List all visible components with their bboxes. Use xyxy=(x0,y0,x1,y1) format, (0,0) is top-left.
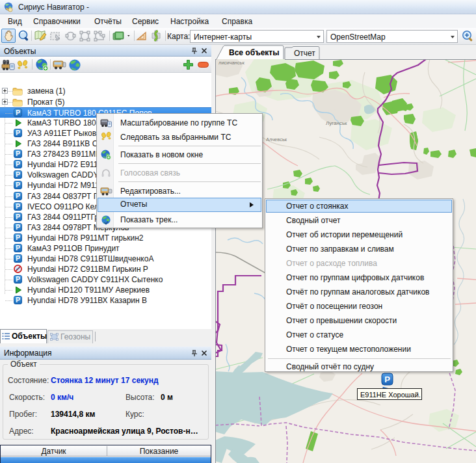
svg-text:Алчевськ: Алчевськ xyxy=(266,137,287,142)
svg-text:P: P xyxy=(16,297,20,304)
svg-text:P: P xyxy=(384,375,390,384)
svg-text:P: P xyxy=(16,181,20,189)
svg-text:Все объекты: Все объекты xyxy=(229,48,279,57)
svg-text:P: P xyxy=(16,161,20,168)
svg-text:Отчет: Отчет xyxy=(294,49,315,58)
svg-text:P: P xyxy=(16,109,20,116)
svg-text:P: P xyxy=(16,129,20,137)
svg-text:P: P xyxy=(16,203,20,210)
svg-text:P: P xyxy=(16,234,20,241)
svg-text:P: P xyxy=(16,150,20,157)
svg-text:лисичанськ: лисичанськ xyxy=(218,60,245,66)
svg-text:P: P xyxy=(16,276,20,283)
svg-text:P: P xyxy=(16,255,20,262)
svg-text:P: P xyxy=(16,224,20,231)
svg-text:P: P xyxy=(16,192,20,200)
svg-text:Луганськ: Луганськ xyxy=(326,120,347,126)
svg-text:P: P xyxy=(16,245,20,252)
svg-text:P: P xyxy=(16,213,20,220)
svg-text:P: P xyxy=(16,171,20,178)
